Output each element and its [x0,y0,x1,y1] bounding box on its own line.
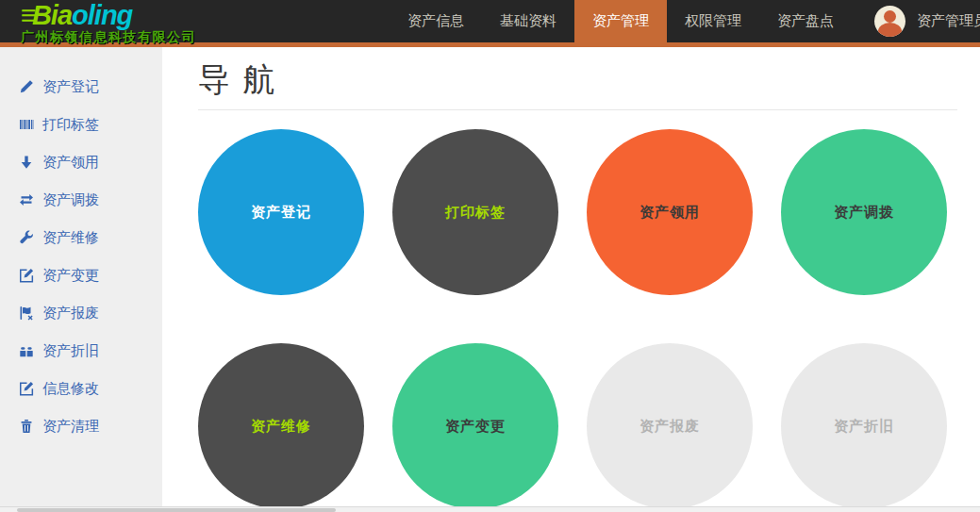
tile-label: 资产调拨 [834,204,894,222]
tile-asset-depreciation[interactable]: 资产折旧 [781,343,947,509]
tile-asset-register[interactable]: 资产登记 [198,129,364,295]
tile-label: 资产领用 [639,204,700,222]
tile-label: 打印标签 [445,204,506,222]
tile-label: 资产变更 [445,418,506,436]
nav-item-permission-management[interactable]: 权限管理 [667,0,759,42]
nav-tiles-row-1: 资产登记 打印标签 资产领用 资产调拨 [198,129,957,295]
edit-icon [18,268,34,284]
sidebar-item-asset-depreciation[interactable]: 资产折旧 [0,332,162,370]
tile-print-label[interactable]: 打印标签 [392,129,558,295]
tile-asset-change[interactable]: 资产变更 [392,343,558,509]
sidebar-item-label: 资产报废 [42,305,99,322]
trash-icon [18,419,34,435]
tile-asset-scrap[interactable]: 资产报废 [587,343,753,509]
brand-logo-text: ≡Biaoling [21,2,196,29]
user-name: 资产管理员 [917,12,980,30]
edit-icon [18,381,34,397]
tile-label: 资产登记 [251,204,311,222]
sidebar-item-label: 资产变更 [42,267,99,285]
tile-label: 资产折旧 [834,418,894,436]
sidebar-item-label: 资产维修 [42,229,99,247]
nav-item-asset-info[interactable]: 资产信息 [390,0,482,42]
avatar-person-icon [884,10,896,23]
nav-item-base-data[interactable]: 基础资料 [482,0,574,42]
nav-item-asset-management[interactable]: 资产管理 [574,0,667,42]
top-navigation: 资产信息 基础资料 资产管理 权限管理 资产盘点 [390,0,852,42]
user-avatar [874,6,905,37]
sidebar-item-asset-scrap[interactable]: 资产报废 [0,294,162,332]
sidebar-item-label: 资产调拨 [42,191,99,209]
arrow-down-icon [18,155,34,171]
sidebar-item-info-modify[interactable]: 信息修改 [0,370,162,407]
horizontal-scrollbar[interactable] [0,506,980,512]
company-name: 广州标领信息科技有限公司 [21,30,196,43]
wrench-icon [18,230,34,246]
sidebar-item-asset-change[interactable]: 资产变更 [0,256,162,294]
horizontal-scrollbar-thumb[interactable] [17,508,336,512]
tile-label: 资产维修 [251,418,311,436]
page-title: 导 航 [198,62,957,97]
exchange-icon [18,192,34,208]
nav-tiles-row-2: 资产维修 资产变更 资产报废 资产折旧 [198,343,957,509]
main-content: 导 航 资产登记 打印标签 资产领用 资产调拨 资产维修 资产变更 资产报废 资… [162,47,980,506]
tile-label: 资产报废 [639,418,700,436]
sidebar-item-print-label[interactable]: 打印标签 [0,106,162,143]
tile-asset-receive[interactable]: 资产领用 [587,129,753,295]
gifts-icon [18,343,34,359]
tile-asset-transfer[interactable]: 资产调拨 [781,129,947,295]
brand-logo[interactable]: ≡Biaoling 广州标领信息科技有限公司 [0,0,196,42]
sidebar-item-asset-register[interactable]: 资产登记 [0,68,162,106]
sidebar-item-label: 打印标签 [42,116,99,134]
sidebar-item-label: 资产折旧 [42,342,99,360]
pencil-icon [18,79,34,95]
sidebar-item-asset-transfer[interactable]: 资产调拨 [0,181,162,219]
nav-item-asset-inventory[interactable]: 资产盘点 [759,0,852,42]
user-menu[interactable]: 资产管理员 [874,0,980,42]
sidebar-item-label: 信息修改 [42,380,99,398]
flag-x-icon [18,306,34,322]
sidebar-item-label: 资产领用 [42,154,99,172]
top-header: ≡Biaoling 广州标领信息科技有限公司 资产信息 基础资料 资产管理 权限… [0,0,980,42]
sidebar: 资产登记 打印标签 资产领用 资产调拨 资产维修 [0,47,162,506]
tile-asset-repair[interactable]: 资产维修 [198,343,364,509]
sidebar-item-asset-repair[interactable]: 资产维修 [0,219,162,256]
sidebar-item-label: 资产清理 [42,418,99,436]
sidebar-item-label: 资产登记 [42,78,99,96]
sidebar-item-asset-receive[interactable]: 资产领用 [0,143,162,181]
barcode-icon [18,117,34,133]
title-divider [198,109,957,110]
sidebar-item-asset-cleanup[interactable]: 资产清理 [0,407,162,445]
